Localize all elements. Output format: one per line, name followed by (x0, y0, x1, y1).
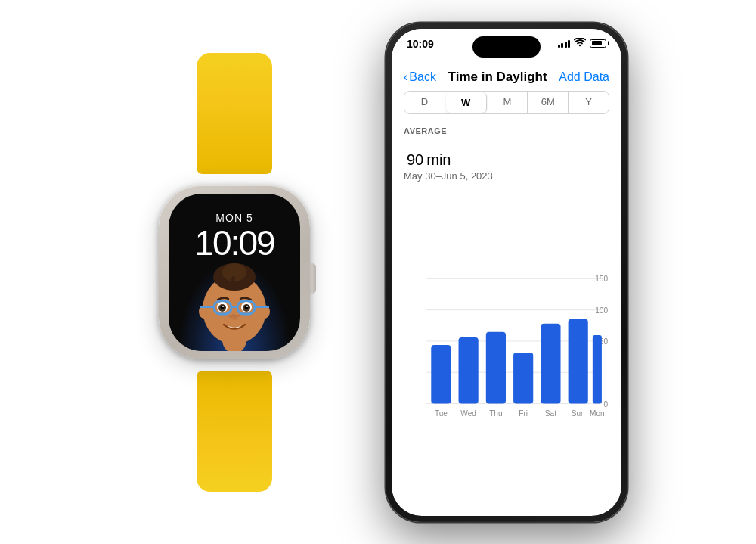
time-period-tabs: D W M 6M Y (404, 91, 609, 114)
watch-band-bottom (197, 371, 272, 492)
stat-date-range: May 30–Jun 5, 2023 (404, 170, 609, 182)
stat-number: 90 (407, 151, 423, 168)
svg-point-23 (238, 314, 240, 316)
battery-fill (592, 41, 603, 45)
bar-wed (459, 337, 479, 403)
power-button (627, 148, 627, 189)
x-label-tue: Tue (435, 409, 448, 417)
stat-unit: min (426, 151, 451, 168)
back-label: Back (409, 70, 436, 84)
svg-point-17 (245, 305, 249, 309)
volume-down-button (386, 174, 386, 195)
tab-week[interactable]: W (446, 92, 487, 113)
app-content: D W M 6M Y AVERAGE 90min May 30–Jun 5, 2… (392, 91, 621, 516)
watch-body: MON 5 10:09 (159, 185, 310, 359)
watch-date: MON 5 (215, 212, 253, 224)
svg-text:0: 0 (603, 399, 608, 408)
svg-point-16 (221, 305, 225, 309)
svg-point-18 (222, 306, 224, 307)
bar-thu (486, 331, 506, 403)
add-data-button[interactable]: Add Data (559, 70, 609, 84)
bar-sat (541, 323, 560, 403)
iphone-body: 10:09 (386, 23, 627, 522)
watch-screen: MON 5 10:09 (169, 194, 300, 351)
bar-mon (593, 334, 602, 403)
stat-value: 90min (404, 137, 609, 170)
average-label: AVERAGE (404, 126, 609, 135)
watch-time: 10:09 (194, 225, 274, 260)
chart-svg: 150 100 50 0 (404, 191, 609, 504)
tab-month[interactable]: M (488, 92, 528, 113)
x-label-sat: Sat (545, 409, 556, 417)
navigation-bar: ‹ Back Time in Daylight Add Data (392, 67, 621, 91)
chevron-left-icon: ‹ (404, 70, 407, 84)
status-icons (558, 38, 607, 49)
svg-point-19 (246, 306, 248, 307)
dynamic-island (472, 36, 541, 58)
watch-memoji (189, 260, 280, 351)
apple-watch: MON 5 10:09 (129, 53, 340, 492)
bar-tue (431, 344, 451, 403)
svg-text:150: 150 (595, 275, 608, 283)
bar-fri (513, 353, 533, 403)
status-time: 10:09 (407, 38, 434, 50)
x-label-sun: Sun (572, 409, 585, 417)
x-label-mon: Mon (590, 409, 605, 417)
watch-band-top (197, 53, 272, 174)
svg-text:100: 100 (595, 306, 608, 314)
battery-icon (590, 39, 606, 48)
bar-sun (569, 319, 588, 403)
x-label-thu: Thu (489, 409, 502, 417)
x-label-fri: Fri (519, 409, 528, 417)
bar-chart: 150 100 50 0 (404, 191, 609, 504)
tab-year[interactable]: Y (569, 92, 609, 113)
tab-6months[interactable]: 6M (528, 92, 569, 113)
mute-button (386, 121, 386, 142)
page-title: Time in Daylight (448, 70, 547, 85)
tab-day[interactable]: D (404, 92, 445, 113)
x-label-wed: Wed (460, 409, 476, 417)
iphone-screen: 10:09 (392, 29, 621, 516)
back-button[interactable]: ‹ Back (404, 70, 436, 84)
volume-up-button (386, 148, 386, 169)
svg-point-24 (231, 314, 238, 320)
watch-crown (308, 263, 316, 294)
status-bar: 10:09 (392, 29, 621, 67)
iphone: 10:09 (386, 23, 627, 522)
signal-icon (558, 39, 571, 48)
wifi-icon (574, 38, 586, 49)
scene: MON 5 10:09 (0, 0, 756, 544)
